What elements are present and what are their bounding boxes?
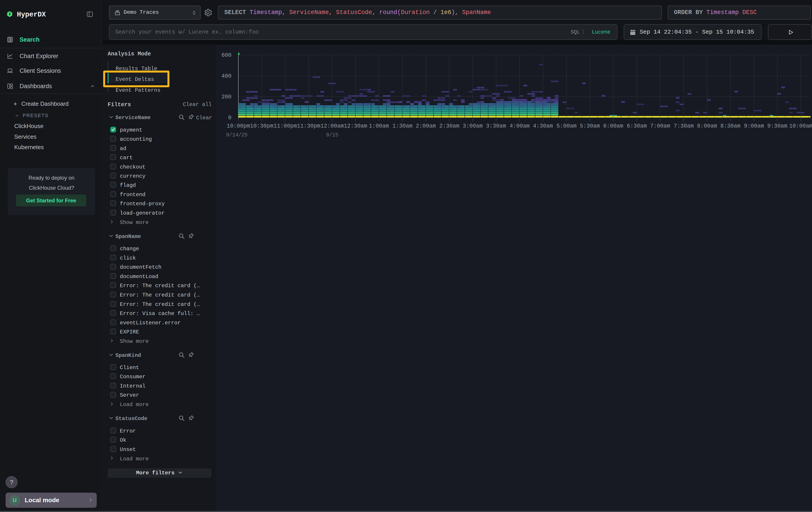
svg-text:5:00am: 5:00am (556, 123, 577, 129)
svg-text:10:30pm: 10:30pm (250, 123, 273, 129)
svg-text:11:00pm: 11:00pm (273, 123, 297, 129)
svg-text:9:00am: 9:00am (744, 123, 764, 129)
svg-text:9/14/25: 9/14/25 (226, 132, 248, 138)
svg-text:10:00am: 10:00am (789, 123, 812, 129)
svg-text:2:00am: 2:00am (416, 123, 436, 129)
svg-text:7:30am: 7:30am (674, 123, 694, 129)
svg-text:4:00am: 4:00am (510, 123, 530, 129)
svg-text:9/15: 9/15 (326, 132, 338, 138)
svg-text:600: 600 (222, 52, 231, 58)
svg-text:4:30am: 4:30am (533, 123, 553, 129)
svg-text:2:30am: 2:30am (439, 123, 459, 129)
svg-text:9:30am: 9:30am (767, 123, 787, 129)
svg-text:12:00am: 12:00am (320, 123, 344, 129)
svg-text:6:00am: 6:00am (603, 123, 623, 129)
svg-text:3:30am: 3:30am (486, 123, 506, 129)
svg-text:8:30am: 8:30am (720, 123, 741, 129)
svg-text:7:00am: 7:00am (650, 123, 670, 129)
svg-text:3:00am: 3:00am (463, 123, 483, 129)
svg-text:0: 0 (228, 115, 231, 121)
svg-text:1:30am: 1:30am (393, 123, 412, 129)
svg-text:10:00pm: 10:00pm (227, 123, 250, 129)
svg-text:1:00am: 1:00am (369, 123, 389, 129)
svg-text:400: 400 (222, 73, 231, 79)
svg-text:6:30am: 6:30am (627, 123, 647, 129)
svg-text:11:30pm: 11:30pm (297, 123, 320, 129)
svg-text:5:30am: 5:30am (580, 123, 600, 129)
svg-text:200: 200 (222, 94, 231, 100)
svg-text:12:30am: 12:30am (344, 123, 367, 129)
svg-text:8:00am: 8:00am (697, 123, 717, 129)
